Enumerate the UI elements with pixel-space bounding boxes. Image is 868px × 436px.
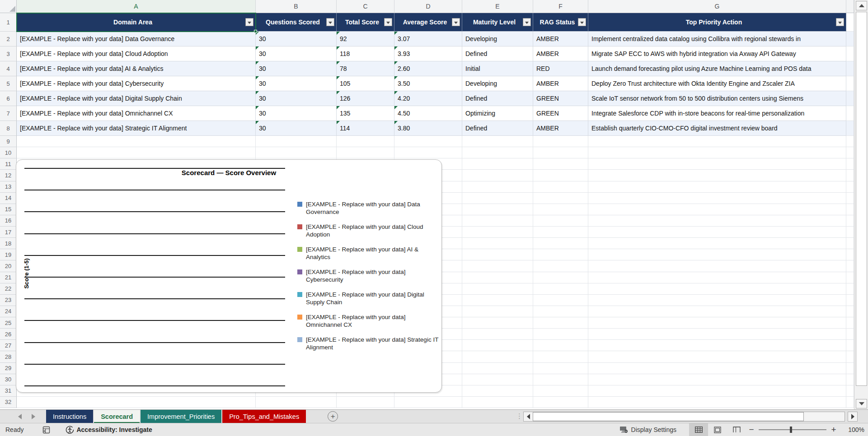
empty-cell[interactable] [533, 283, 588, 295]
empty-cell[interactable] [337, 397, 394, 408]
row-header-21[interactable]: 21 [0, 272, 17, 283]
empty-cell[interactable] [846, 260, 854, 272]
empty-cell[interactable] [462, 215, 533, 227]
cell-B5[interactable]: 30 [256, 76, 337, 91]
header-cell-questions-scored[interactable]: Questions Scored [256, 13, 337, 32]
empty-cell[interactable] [846, 147, 854, 158]
filter-dropdown-button[interactable] [326, 18, 334, 26]
cell-E4[interactable]: Initial [462, 61, 533, 76]
empty-cell[interactable] [846, 306, 854, 317]
cell-D8[interactable]: 3.80 [394, 121, 462, 136]
empty-cell[interactable] [337, 136, 394, 147]
empty-cell[interactable] [533, 227, 588, 238]
column-header-D[interactable]: D [394, 0, 462, 13]
cell-C3[interactable]: 118 [337, 46, 394, 61]
zoom-out-button[interactable]: − [746, 425, 757, 435]
scroll-down-button[interactable] [856, 399, 867, 408]
column-header-C[interactable]: C [337, 0, 394, 13]
row-header-4[interactable]: 4 [0, 61, 17, 76]
empty-cell[interactable] [462, 227, 533, 238]
empty-cell[interactable] [462, 238, 533, 249]
cell-F8[interactable]: AMBER [533, 121, 588, 136]
empty-cell[interactable] [533, 329, 588, 340]
row-header-20[interactable]: 20 [0, 260, 17, 272]
row-header-5[interactable]: 5 [0, 76, 17, 91]
empty-cell[interactable] [462, 317, 533, 329]
empty-cell[interactable] [533, 215, 588, 227]
empty-cell[interactable] [846, 158, 854, 170]
selection-fill-handle[interactable] [254, 30, 257, 33]
empty-cell[interactable] [846, 227, 854, 238]
filter-dropdown-button[interactable] [578, 18, 586, 26]
cell-D5[interactable]: 3.50 [394, 76, 462, 91]
cell-E5[interactable]: Developing [462, 76, 533, 91]
empty-cell[interactable] [588, 363, 846, 374]
empty-cell[interactable] [462, 249, 533, 260]
empty-cell[interactable] [533, 193, 588, 204]
empty-cell[interactable] [533, 317, 588, 329]
empty-cell[interactable] [394, 147, 462, 158]
row-header-22[interactable]: 22 [0, 283, 17, 295]
row-header-6[interactable]: 6 [0, 91, 17, 106]
empty-cell[interactable] [533, 136, 588, 147]
select-all-corner[interactable] [0, 0, 17, 13]
empty-cell[interactable] [846, 317, 854, 329]
cell-F6[interactable]: GREEN [533, 91, 588, 106]
cell-D6[interactable]: 4.20 [394, 91, 462, 106]
cell-G4[interactable]: Launch demand forecasting pilot using Az… [588, 61, 846, 76]
header-cell-rag-status[interactable]: RAG Status [533, 13, 588, 32]
row-header-23[interactable]: 23 [0, 295, 17, 306]
cell-F7[interactable]: GREEN [533, 106, 588, 121]
empty-cell[interactable] [462, 385, 533, 397]
empty-cell[interactable] [462, 170, 533, 181]
empty-cell[interactable] [588, 238, 846, 249]
empty-cell[interactable] [533, 249, 588, 260]
empty-cell[interactable] [588, 158, 846, 170]
header-cell-top-priority-action[interactable]: Top Priority Action [588, 13, 846, 32]
cell-A8[interactable]: [EXAMPLE - Replace with your data] Strat… [17, 121, 256, 136]
empty-cell[interactable] [846, 136, 854, 147]
empty-cell[interactable] [846, 215, 854, 227]
empty-cell[interactable] [533, 238, 588, 249]
cell-E7[interactable]: Optimizing [462, 106, 533, 121]
empty-cell[interactable] [256, 397, 337, 408]
empty-cell[interactable] [337, 147, 394, 158]
empty-cell[interactable] [17, 147, 256, 158]
empty-cell[interactable] [462, 363, 533, 374]
row-header-14[interactable]: 14 [0, 193, 17, 204]
empty-cell[interactable] [462, 181, 533, 193]
empty-cell[interactable] [588, 193, 846, 204]
empty-cell[interactable] [846, 283, 854, 295]
row-header-19[interactable]: 19 [0, 249, 17, 260]
row-header-1[interactable]: 1 [0, 13, 17, 32]
cell-E3[interactable]: Defined [462, 46, 533, 61]
row-header-32[interactable]: 32 [0, 397, 17, 408]
cell-D7[interactable]: 4.50 [394, 106, 462, 121]
cell-A3[interactable]: [EXAMPLE - Replace with your data] Cloud… [17, 46, 256, 61]
row-header-13[interactable]: 13 [0, 181, 17, 193]
cell-A6[interactable]: [EXAMPLE - Replace with your data] Digit… [17, 91, 256, 106]
empty-cell[interactable] [588, 147, 846, 158]
horizontal-scrollbar-thumb[interactable] [533, 412, 804, 421]
row-header-12[interactable]: 12 [0, 170, 17, 181]
empty-cell[interactable] [533, 147, 588, 158]
filter-dropdown-button[interactable] [836, 18, 844, 26]
empty-cell[interactable] [588, 204, 846, 215]
cell-G5[interactable]: Deploy Zero Trust architecture with Okta… [588, 76, 846, 91]
row-header-8[interactable]: 8 [0, 121, 17, 136]
empty-cell[interactable] [846, 181, 854, 193]
empty-cell[interactable] [846, 385, 854, 397]
cell-D4[interactable]: 2.60 [394, 61, 462, 76]
vertical-scrollbar[interactable] [854, 0, 868, 409]
column-header-F[interactable]: F [533, 0, 588, 13]
cell-B2[interactable]: 30 [256, 32, 337, 46]
column-header-G[interactable]: G [588, 0, 846, 13]
empty-cell[interactable] [533, 306, 588, 317]
empty-cell[interactable] [588, 340, 846, 351]
empty-cell[interactable] [846, 363, 854, 374]
empty-cell[interactable] [588, 181, 846, 193]
empty-cell[interactable] [846, 329, 854, 340]
empty-cell[interactable] [588, 306, 846, 317]
tab-scroll-left-icon[interactable] [18, 414, 22, 419]
page-break-view-button[interactable] [727, 423, 746, 436]
